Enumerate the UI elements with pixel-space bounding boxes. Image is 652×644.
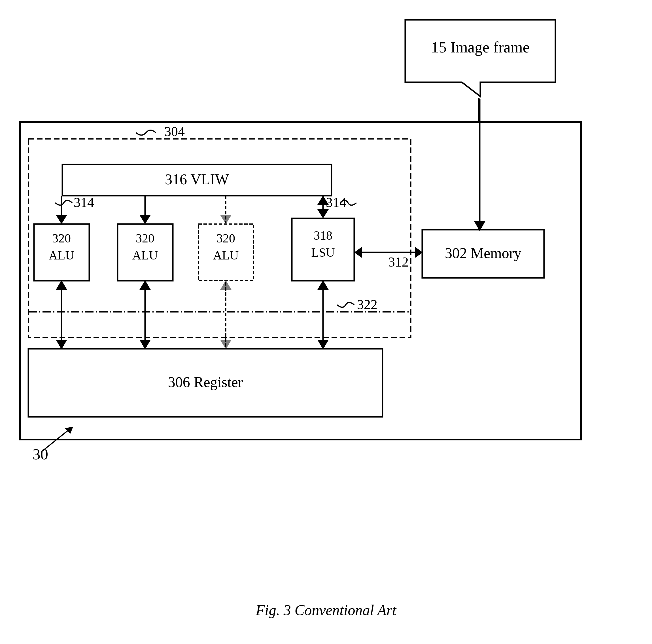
label-322: 322 bbox=[357, 297, 377, 312]
label-304: 304 bbox=[164, 124, 185, 139]
alu1-label-num: 320 bbox=[52, 231, 71, 245]
alu3-label-text: ALU bbox=[213, 249, 239, 262]
lsu-label-text: LSU bbox=[311, 246, 335, 259]
figure-caption: Fig. 3 Conventional Art bbox=[256, 602, 397, 618]
image-frame-shape bbox=[405, 20, 555, 97]
alu1-label-text: ALU bbox=[49, 249, 74, 262]
alu2-label-num: 320 bbox=[136, 231, 155, 245]
lsu-label-num: 318 bbox=[314, 229, 332, 242]
vliw-label: 316 VLIW bbox=[165, 171, 229, 187]
label-312: 312 bbox=[388, 254, 409, 269]
memory-label: 302 Memory bbox=[445, 245, 521, 261]
label-314a: 314 bbox=[74, 195, 94, 210]
alu2-label-text: ALU bbox=[132, 249, 158, 262]
label-314b: 314 bbox=[326, 195, 346, 210]
diagram-container: 15 Image frame 310 304 316 VLIW 320 ALU … bbox=[0, 0, 652, 644]
register-label: 306 Register bbox=[168, 374, 243, 390]
image-frame-label: 15 Image frame bbox=[431, 38, 529, 56]
alu3-label-num: 320 bbox=[216, 231, 235, 245]
